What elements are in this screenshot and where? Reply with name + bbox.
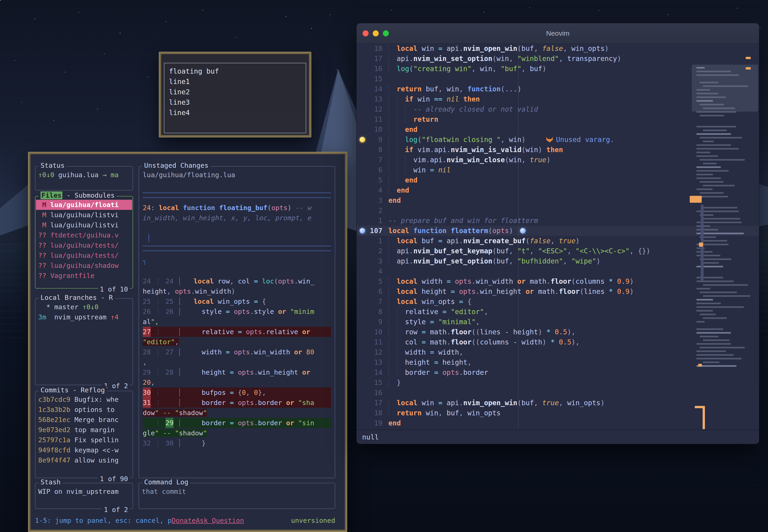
minimap-line xyxy=(700,314,716,315)
code-text: local win_opts = { xyxy=(389,297,472,307)
file-name: ftdetect/guihua.v xyxy=(50,231,119,239)
commit-item[interactable]: 568e21ec Merge branc xyxy=(36,415,132,425)
diff-line[interactable]: 31 ⋮ │ border = opts.border or "sha xyxy=(143,398,331,408)
code-text: local width = opts.win_width or math.flo… xyxy=(389,276,634,286)
stash-count: 1 of 2 xyxy=(102,506,130,514)
line-number: 17 xyxy=(368,398,382,408)
diff-view[interactable]: lua/guihua/floating.lua24: local functio… xyxy=(139,167,335,471)
commit-item[interactable]: 8e9f4f47 allow using xyxy=(36,455,132,465)
diff-line[interactable]: 26 ⋮ 26 │ style = opts.style or "minim xyxy=(143,306,331,317)
new-line-number: 25 xyxy=(165,296,174,306)
line-number: 2 xyxy=(368,205,382,216)
submodules-tab[interactable]: - Submodules xyxy=(62,191,115,199)
file-item[interactable]: M lua/guihua/listvi xyxy=(36,210,132,220)
line-number: 11 xyxy=(368,337,382,347)
old-line-number: 29 xyxy=(143,367,151,377)
diff-line[interactable]: 25 ⋮ 25 │ local win_opts = { xyxy=(143,296,331,306)
diff-line-wrap[interactable]: al", xyxy=(143,317,331,327)
commit-hash: 25797c1a xyxy=(38,436,74,444)
diff-hunk-header: 24: local function floating_buf(opts) --… xyxy=(143,203,331,213)
file-item[interactable]: M lua/guihua/floati xyxy=(36,200,132,210)
diff-line-wrap[interactable]: "editor", xyxy=(143,337,331,347)
lazygit-window[interactable]: Status ↑0↓0 guihua.lua → ma Files - Subm… xyxy=(28,152,347,532)
file-item[interactable]: M lua/guihua/listvi xyxy=(36,220,132,230)
sign-column xyxy=(356,228,368,234)
minimap-change-mark xyxy=(690,196,702,203)
donate-link[interactable]: Donate xyxy=(172,515,196,526)
branch-item[interactable]: * master ↑0↓0 xyxy=(36,302,132,312)
new-line-number: 24 xyxy=(165,276,174,286)
diff-line[interactable]: 24 ⋮ 24 │ local row, col = loc(opts.win_ xyxy=(143,276,331,286)
minimap-line xyxy=(700,159,745,161)
diff-line[interactable]: 29 ⋮ 28 │ height = opts.win_height or xyxy=(143,367,331,377)
ask-question-link[interactable]: Ask Question xyxy=(196,515,244,526)
code-line[interactable]: 15 } xyxy=(356,378,759,388)
floating-buffer-content[interactable]: floating bufline1line2line3line4 xyxy=(164,63,306,121)
file-item[interactable]: ?? lua/guihua/tests/ xyxy=(36,250,132,260)
minimap-line xyxy=(703,361,719,363)
file-item[interactable]: ?? lua/guihua/tests/ xyxy=(36,240,132,250)
keybind-hints: 1-5: jump to panel, esc: cancel, p xyxy=(35,515,172,526)
commit-item[interactable]: 25797c1a Fix spellin xyxy=(36,435,132,445)
unstaged-changes-panel[interactable]: Unstaged Changes lua/guihua/floating.lua… xyxy=(139,166,335,478)
branch-item[interactable]: 3m nvim_upstream ↑4 xyxy=(36,312,132,322)
minimap[interactable] xyxy=(696,67,745,373)
branch-prefix: * xyxy=(38,303,54,311)
new-line-number: 28 xyxy=(165,367,174,377)
neovim-window[interactable]: Neovim 18 local win = api.nvim_open_win(… xyxy=(356,23,759,444)
diff-line-wrap[interactable]: height, opts.win_width) xyxy=(143,286,331,296)
line-number: 18 xyxy=(368,43,382,54)
diff-line[interactable]: 30 ⋮ │ bufpos = {0, 0}, xyxy=(143,387,331,398)
status-panel[interactable]: Status ↑0↓0 guihua.lua → ma xyxy=(35,166,133,191)
code-text: api.nvim_win_set_option(win, "winblend",… xyxy=(389,54,621,64)
files-panel[interactable]: Files - Submodules M lua/guihua/floati M… xyxy=(35,196,133,289)
diff-line-wrap[interactable]: , xyxy=(143,357,331,367)
code-text: end xyxy=(389,175,418,185)
minimap-bracket-mark xyxy=(695,406,705,429)
diff-line[interactable]: 27 ⋮ │ relative = opts.relative or xyxy=(143,327,331,337)
minimap-line xyxy=(696,174,713,175)
file-item[interactable]: ?? ftdetect/guihua.v xyxy=(36,230,132,240)
new-line-number: 29 xyxy=(165,418,174,428)
diff-panel-title: Unstaged Changes xyxy=(142,162,210,169)
code-line[interactable]: 16 xyxy=(356,388,759,398)
diff-line[interactable]: 28 ⋮ 27 │ width = opts.win_width or 80 xyxy=(143,347,331,357)
old-line-number: 26 xyxy=(143,306,151,317)
command-log-panel[interactable]: Command Log that commit xyxy=(139,483,335,509)
commit-item[interactable]: 1c3a3b2b options to xyxy=(36,405,132,415)
diff-line-wrap[interactable]: gle" -- "shadow" xyxy=(143,428,331,438)
diff-line[interactable]: 32 ⋮ 30 │ } xyxy=(143,438,331,448)
desktop: floating bufline1line2line3line4 Status … xyxy=(0,0,768,532)
diff-line-wrap[interactable]: dow" -- "shadow" xyxy=(143,408,331,418)
code-editor[interactable]: 18 local win = api.nvim_open_win(buf, fa… xyxy=(356,43,759,429)
code-text: if win == nil then xyxy=(389,94,480,104)
diff-line-wrap[interactable]: 20, xyxy=(143,377,331,387)
diff-line[interactable]: ⋮ 29 │ border = opts.border or "sin xyxy=(143,418,331,428)
minimap-line xyxy=(703,163,717,164)
commits-panel[interactable]: Commits - Reflog c3b7cdc9 Bugfix: whe1c3… xyxy=(35,391,133,478)
minimap-line xyxy=(703,240,727,242)
files-tab[interactable]: Files xyxy=(41,191,62,199)
code-line[interactable]: 17 api.nvim_win_set_option(win, "winblen… xyxy=(356,54,759,64)
file-status: M xyxy=(38,211,50,219)
branch-prefix: 3m xyxy=(38,313,54,321)
branches-panel-title: Local Branches - R xyxy=(39,294,115,301)
commit-item[interactable]: 9e073ed2 top margin xyxy=(36,425,132,435)
lazygit-statusbar: 1-5: jump to panel, esc: cancel, pDonate… xyxy=(35,515,335,526)
old-line-number: 28 xyxy=(143,347,151,357)
titlebar[interactable]: Neovim xyxy=(356,23,759,44)
branches-panel[interactable]: Local Branches - R * master ↑0↓03m nvim_… xyxy=(35,298,133,385)
floating-buffer-window[interactable]: floating bufline1line2line3line4 xyxy=(159,52,311,137)
line-number: 11 xyxy=(368,114,382,124)
minimap-line xyxy=(696,299,713,301)
stash-panel[interactable]: Stash WIP on nvim_upstream 1 of 2 xyxy=(35,483,133,509)
code-action-lightbulb-icon[interactable] xyxy=(520,228,526,234)
minimap-line xyxy=(696,71,731,72)
diff-blank-line xyxy=(143,223,331,233)
file-item[interactable]: ?? lua/guihua/shadow xyxy=(36,260,132,271)
commit-item[interactable]: c3b7cdc9 Bugfix: whe xyxy=(36,394,132,405)
file-item[interactable]: ?? Vagrantfile xyxy=(36,271,132,281)
stash-panel-title: Stash xyxy=(39,478,62,486)
commit-item[interactable]: 949f8cfd keymap <c-w xyxy=(36,445,132,455)
code-line[interactable]: 18 local win = api.nvim_open_win(buf, fa… xyxy=(356,43,759,54)
